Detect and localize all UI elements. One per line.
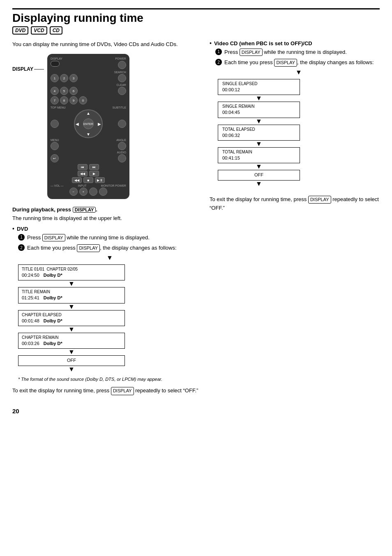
dvd-flow-arrow-1: ▼ <box>18 303 125 310</box>
power-button[interactable] <box>118 61 126 69</box>
topmenu-button[interactable] <box>51 120 59 128</box>
vcd-flow-item-3: TOTAL REMAIN 00:41:15 <box>218 147 300 163</box>
btn-1[interactable]: 1 <box>51 74 59 82</box>
page-container: Displaying running time DVD VCD CD You c… <box>12 8 380 415</box>
vol-down-btn[interactable]: − <box>69 188 78 196</box>
play-pause-btn[interactable]: ▶⏸ <box>95 177 105 183</box>
enter-button[interactable]: ENTER <box>83 118 94 129</box>
exit-text-left: To exit the display for running time, pr… <box>12 387 201 395</box>
next-chapter-btn[interactable]: ⏭ <box>89 164 99 170</box>
dvd-header: • DVD <box>12 226 201 232</box>
btn-3[interactable]: 3 <box>69 74 78 82</box>
vcd-flow-arrow-0: ▼ <box>218 95 300 102</box>
vcd-flow-item-4: OFF <box>218 170 300 180</box>
transport-row2: ◀◀ ▶ <box>51 171 126 176</box>
left-column: You can display the running time of DVDs… <box>12 40 201 399</box>
angle-label: ANGLE <box>116 139 126 141</box>
nav-left-arrow[interactable]: ◀ <box>76 122 79 126</box>
dvd-flow-item-4: OFF <box>18 355 125 366</box>
input-label: INPUT <box>78 184 87 187</box>
dvd-flow-diagram: TITLE 01/01 CHAPTER 02/05 00:24:50 Dolby… <box>18 264 125 373</box>
main-title: Displaying running time <box>12 12 380 25</box>
vcd-flow-diagram: SINGLE ELAPSED 00:00:12 ▼ SINGLE REMAIN … <box>218 79 300 187</box>
vcd-step2: 2 Each time you press DISPLAY, the displ… <box>215 58 380 67</box>
vol-label-remote: — VOL — <box>51 184 64 187</box>
dvd-flow-item-2: CHAPTER ELAPSED 00:01:48 Dolby D* <box>18 310 125 326</box>
dvd-flow-time-2: 00:01:48 <box>22 318 39 324</box>
btn-5[interactable]: 5 <box>60 87 68 95</box>
subtitle-label: SUBTITLE <box>112 106 126 109</box>
running-time-desc: The running time is displayed at the upp… <box>12 214 201 222</box>
monitor-power-btn[interactable] <box>99 188 107 196</box>
nav-up-arrow[interactable]: ▲ <box>86 111 90 116</box>
power-label: POWER <box>115 57 126 60</box>
dvd-flow-label-3: CHAPTER REMAIN <box>22 335 121 341</box>
dvd-flow-time-3: 00:03:26 <box>22 341 39 347</box>
badge-cd: CD <box>50 26 62 35</box>
format-badges: DVD VCD CD <box>12 26 380 35</box>
vcd-flow-time-0: 00:00:12 <box>222 87 295 93</box>
dvd-flow-time-1: 01:25:41 <box>22 295 39 301</box>
audio-button[interactable] <box>118 154 126 162</box>
btn-6[interactable]: 6 <box>69 87 78 95</box>
subtitle-button[interactable] <box>118 120 126 128</box>
title-section: Displaying running time DVD VCD CD <box>12 8 380 39</box>
dvd-flow-item-0: TITLE 01/01 CHAPTER 02/05 00:24:50 Dolby… <box>18 264 125 280</box>
btn-2[interactable]: 2 <box>60 74 68 82</box>
dvd-flow-label-4: OFF <box>22 357 121 364</box>
dvd-flow-arrow-3: ▼ <box>18 349 125 355</box>
slow-fwd-btn[interactable]: ▶ <box>89 171 99 176</box>
vcd-header: • Video CD (when PBC is set to OFF)/CD <box>210 40 380 46</box>
vcd-flow-label-4: OFF <box>222 172 295 178</box>
input-btn[interactable] <box>89 188 97 196</box>
page-number: 20 <box>12 408 380 415</box>
vcd-flow-time-1: 00:04:45 <box>222 109 295 116</box>
bottom-buttons-row: − + <box>51 188 126 196</box>
btn-4[interactable]: 4 <box>51 87 59 95</box>
angle-button[interactable] <box>118 142 126 150</box>
nav-down-arrow[interactable]: ▼ <box>86 132 90 137</box>
topmenu-label: TOP MENU <box>51 106 66 109</box>
dvd-flow-bold-3: Dolby D* <box>44 341 62 347</box>
stop-btn[interactable]: ■ <box>83 177 93 183</box>
nav-right-arrow[interactable]: ▶ <box>98 122 101 126</box>
btn-7[interactable]: 7 <box>51 96 59 104</box>
dvd-flow-arrow-bottom: ▼ <box>18 366 125 373</box>
dvd-flow-arrow-2: ▼ <box>18 326 125 333</box>
remote-control: DISPLAY POWER SEARCH 1 <box>47 54 129 199</box>
menu-button[interactable] <box>51 142 59 150</box>
exit-text-right: To exit the display for running time, pr… <box>210 195 380 213</box>
btn-0[interactable]: 0 <box>79 96 87 104</box>
dvd-step2: 2 Each time you press DISPLAY, the displ… <box>18 244 201 252</box>
display-label-container: DISPLAY —— <box>12 54 44 72</box>
vcd-title: Video CD (when PBC is set to OFF)/CD <box>214 40 312 46</box>
btn-8[interactable]: 8 <box>60 96 68 104</box>
during-playback-key: DISPLAY <box>73 207 96 213</box>
audio-label: AUDIO <box>117 151 126 154</box>
top-arrow-vcd: ▼ <box>218 69 380 76</box>
search-button[interactable] <box>118 74 126 82</box>
dvd-flow-time-0: 00:24:50 <box>22 272 39 278</box>
exit-key-right: DISPLAY <box>308 196 331 204</box>
btn-9[interactable]: 9 <box>69 96 78 104</box>
dvd-flow-bold-1: Dolby D* <box>44 295 62 301</box>
vcd-flow-time-2: 00:06:32 <box>222 132 295 139</box>
display-remote-label: DISPLAY <box>51 57 62 60</box>
vcd-flow-label-1: SINGLE REMAIN <box>222 104 295 109</box>
display-button[interactable] <box>51 61 60 67</box>
dvd-flow-label-1: TITLE REMAIN <box>22 289 121 295</box>
rev-btn[interactable]: ◀◀ <box>72 177 82 183</box>
clear-button[interactable] <box>118 87 126 95</box>
vcd-step1: 1 Press DISPLAY while the running time i… <box>215 48 380 56</box>
return-button[interactable]: ↩ <box>51 154 59 162</box>
display-label-text: DISPLAY <box>12 66 33 72</box>
vcd-flow-arrow-2: ▼ <box>218 141 300 147</box>
intro-text: You can display the running time of DVDs… <box>12 40 201 49</box>
prev-chapter-btn[interactable]: ⏮ <box>78 164 88 170</box>
during-playback-instruction: During playback, press DISPLAY. <box>12 206 201 213</box>
slow-rev-btn[interactable]: ◀◀ <box>78 171 88 176</box>
exit-key-left: DISPLAY <box>111 387 134 395</box>
vcd-step2-key: DISPLAY <box>274 59 297 67</box>
vol-up-btn[interactable]: + <box>79 188 88 196</box>
during-playback-text: During playback, press <box>12 206 71 213</box>
